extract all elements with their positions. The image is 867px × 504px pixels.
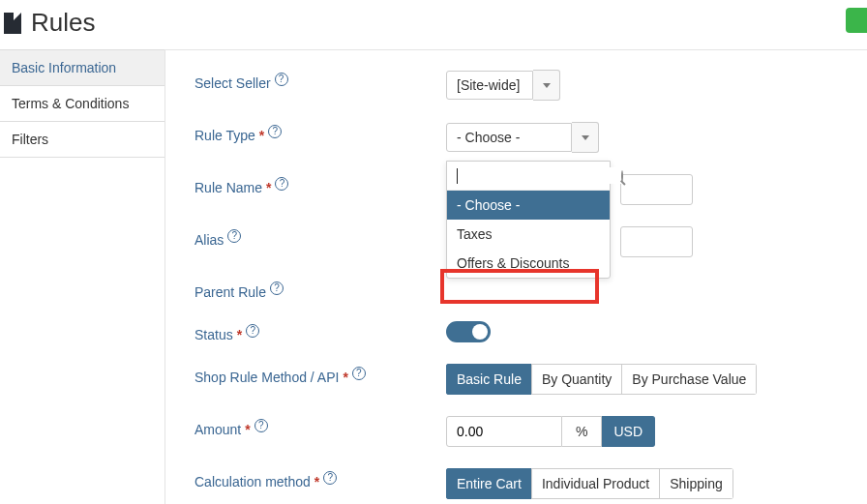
tab-basic-information[interactable]: Basic Information xyxy=(0,50,164,86)
form-main: Select Seller ? [Site-wide] Rule Type * … xyxy=(164,49,867,504)
required-mark: * xyxy=(245,422,250,437)
help-icon[interactable]: ? xyxy=(323,471,337,485)
rule-name-input[interactable] xyxy=(620,174,693,205)
alias-input[interactable] xyxy=(620,226,693,257)
form-tabs-sidebar: Basic Information Terms & Conditions Fil… xyxy=(0,49,164,504)
label-select-seller: Select Seller xyxy=(194,75,271,91)
calc-method-entire-cart[interactable]: Entire Cart xyxy=(446,468,532,499)
help-icon[interactable]: ? xyxy=(275,177,288,191)
calc-method-shipping[interactable]: Shipping xyxy=(659,468,733,499)
shop-method-by-quantity[interactable]: By Quantity xyxy=(531,364,622,395)
shop-method-by-purchase-value[interactable]: By Purchase Value xyxy=(621,364,757,395)
amount-percent-button[interactable]: % xyxy=(562,416,602,447)
tab-filters[interactable]: Filters xyxy=(0,122,164,158)
select-seller-value: [Site-wide] xyxy=(446,71,533,100)
status-toggle[interactable] xyxy=(446,321,491,342)
label-status: Status xyxy=(194,327,233,342)
required-mark: * xyxy=(266,180,271,195)
label-rule-type: Rule Type xyxy=(194,128,255,143)
required-mark: * xyxy=(259,128,264,143)
select-seller-dropdown[interactable]: [Site-wide] xyxy=(446,70,560,101)
required-mark: * xyxy=(343,370,347,385)
label-calc-method: Calculation method xyxy=(194,474,311,489)
search-icon xyxy=(621,170,623,182)
rule-type-search-input[interactable] xyxy=(455,167,621,184)
amount-currency-button[interactable]: USD xyxy=(602,416,655,447)
rule-type-dropdown-panel: - Choose - Taxes Offers & Discounts xyxy=(446,161,611,279)
rule-type-option-taxes[interactable]: Taxes xyxy=(447,220,610,249)
help-icon[interactable]: ? xyxy=(270,282,284,295)
required-mark: * xyxy=(314,474,319,489)
label-shop-method: Shop Rule Method / API xyxy=(194,370,339,385)
floating-action-button[interactable] xyxy=(846,8,867,33)
rule-type-option-offers-discounts[interactable]: Offers & Discounts xyxy=(447,249,610,278)
label-parent-rule: Parent Rule xyxy=(194,284,266,300)
amount-input[interactable] xyxy=(446,416,562,447)
rule-type-option-choose[interactable]: - Choose - xyxy=(447,191,610,220)
page-title: Rules xyxy=(31,8,95,38)
shop-method-basic-rule[interactable]: Basic Rule xyxy=(446,364,532,395)
rule-type-dropdown[interactable]: - Choose - xyxy=(446,122,599,153)
select-seller-toggle[interactable] xyxy=(533,70,560,101)
chevron-down-icon xyxy=(582,135,589,140)
rule-type-value: - Choose - xyxy=(446,123,572,152)
required-mark: * xyxy=(237,327,242,342)
help-icon[interactable]: ? xyxy=(254,419,268,432)
label-alias: Alias xyxy=(194,232,224,248)
rule-type-toggle[interactable] xyxy=(572,122,599,153)
chevron-down-icon xyxy=(543,83,551,88)
label-rule-name: Rule Name xyxy=(194,180,262,195)
text-cursor xyxy=(457,168,458,184)
document-icon xyxy=(4,13,21,34)
calc-method-individual-product[interactable]: Individual Product xyxy=(531,468,660,499)
label-amount: Amount xyxy=(194,422,241,437)
help-icon[interactable]: ? xyxy=(268,125,282,138)
help-icon[interactable]: ? xyxy=(227,229,241,243)
help-icon[interactable]: ? xyxy=(352,367,366,380)
shop-method-group: Basic Rule By Quantity By Purchase Value xyxy=(446,364,757,395)
calc-method-group: Entire Cart Individual Product Shipping xyxy=(446,468,733,499)
help-icon[interactable]: ? xyxy=(275,73,288,86)
help-icon[interactable]: ? xyxy=(246,324,259,338)
tab-terms-conditions[interactable]: Terms & Conditions xyxy=(0,86,164,122)
